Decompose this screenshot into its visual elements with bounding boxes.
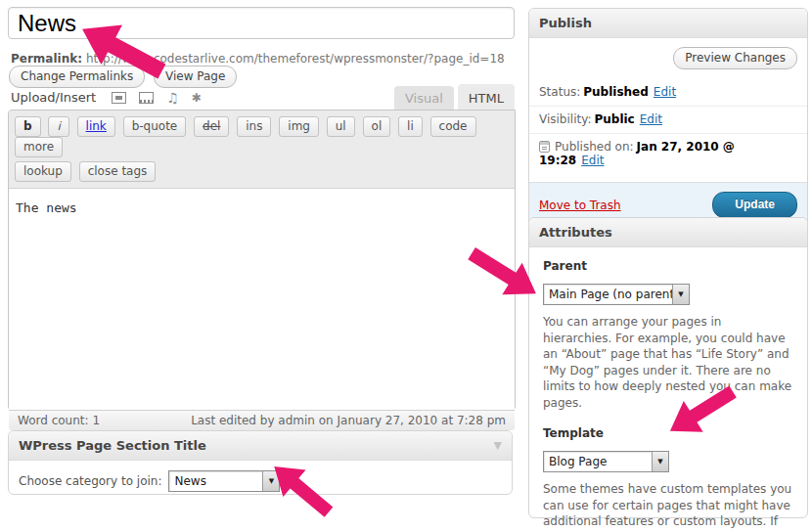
category-select-value: News <box>169 474 210 488</box>
chevron-down-icon: ▼ <box>262 471 279 491</box>
qt-ol-button[interactable]: ol <box>363 116 391 137</box>
qt-code-button[interactable]: code <box>430 116 476 137</box>
template-select[interactable]: Blog Page ▼ <box>543 451 669 472</box>
page-section-box: WPress Page Section Title ▼ Choose categ… <box>8 430 513 495</box>
qt-italic-button[interactable]: i <box>48 116 68 137</box>
edit-visibility-link[interactable]: Edit <box>640 112 662 126</box>
view-page-button[interactable]: View Page <box>154 66 237 88</box>
add-media-icon[interactable]: ✱ <box>192 92 202 104</box>
category-label: Choose category to join: <box>19 474 161 488</box>
last-edited-text: Last edited by admin on January 27, 2010… <box>191 414 506 427</box>
template-help-text: Some themes have custom templates you ca… <box>543 481 793 532</box>
qt-close-tags-button[interactable]: close tags <box>79 161 157 182</box>
change-permalinks-button[interactable]: Change Permalinks <box>9 66 145 88</box>
qt-more-button[interactable]: more <box>15 137 63 157</box>
editor-statusbar: Word count: 1 Last edited by admin on Ja… <box>9 410 515 430</box>
collapse-icon[interactable]: ▼ <box>494 439 502 452</box>
qt-del-button[interactable]: del <box>194 116 229 137</box>
attributes-box-title: Attributes <box>539 225 612 240</box>
visibility-label: Visibility: <box>539 112 591 126</box>
editor-mode-tabs: Visual HTML <box>394 84 515 111</box>
move-to-trash-link[interactable]: Move to Trash <box>539 199 621 212</box>
qt-lookup-button[interactable]: lookup <box>15 161 71 182</box>
status-label: Status: <box>539 85 580 99</box>
chevron-down-icon: ▼ <box>672 285 689 304</box>
parent-label: Parent <box>543 259 793 273</box>
html-editor: b i link b-quote del ins img ul ol li co… <box>8 110 516 411</box>
publish-box: Publish Preview Changes Status:Published… <box>528 8 808 228</box>
permalink-actions: Change Permalinks View Page <box>9 66 242 88</box>
visibility-value: Public <box>594 112 634 126</box>
add-image-icon[interactable] <box>112 92 126 104</box>
attributes-box-header: Attributes <box>529 218 807 247</box>
attributes-box: Attributes Parent Main Page (no parent) … <box>528 217 808 518</box>
visibility-row: Visibility:PublicEdit <box>529 107 807 134</box>
parent-select-value: Main Page (no parent) <box>544 288 672 301</box>
qt-li-button[interactable]: li <box>398 116 423 137</box>
qt-bold-button[interactable]: b <box>15 116 41 137</box>
permalink-url: http://www.codestarlive.com/themeforest/… <box>86 52 505 66</box>
qt-img-button[interactable]: img <box>279 116 319 137</box>
upload-insert-label: Upload/Insert <box>11 90 96 105</box>
status-value: Published <box>583 85 649 99</box>
category-select[interactable]: News ▼ <box>168 470 280 492</box>
qt-link-button[interactable]: link <box>77 116 115 137</box>
update-button[interactable]: Update <box>712 192 797 218</box>
edit-status-link[interactable]: Edit <box>654 85 676 99</box>
parent-select[interactable]: Main Page (no parent) ▼ <box>543 284 690 305</box>
section-box-header: WPress Page Section Title ▼ <box>9 431 512 461</box>
permalink-row: Permalink:http://www.codestarlive.com/th… <box>11 52 505 66</box>
chevron-down-icon: ▼ <box>652 452 668 471</box>
qt-ul-button[interactable]: ul <box>327 116 355 137</box>
published-on-row: Published on:Jan 27, 2010 @ 19:28Edit <box>529 134 807 174</box>
word-count-value: 1 <box>92 414 100 427</box>
section-box-body: Choose category to join: News ▼ <box>9 461 512 502</box>
tab-html[interactable]: HTML <box>458 84 515 111</box>
preview-changes-button[interactable]: Preview Changes <box>673 47 797 69</box>
upload-insert-bar: Upload/Insert ♫ ✱ <box>11 90 202 105</box>
add-audio-icon[interactable]: ♫ <box>166 92 179 104</box>
qt-bquote-button[interactable]: b-quote <box>123 116 187 137</box>
page-title-input[interactable] <box>8 7 515 39</box>
parent-help-text: You can arrange your pages in hierarchie… <box>543 314 793 411</box>
quicktags-toolbar: b i link b-quote del ins img ul ol li co… <box>9 111 515 188</box>
editor-textarea[interactable]: The news <box>9 188 515 410</box>
template-label: Template <box>543 426 793 440</box>
edit-published-link[interactable]: Edit <box>581 154 604 167</box>
word-count-label: Word count: <box>18 414 89 427</box>
tab-visual[interactable]: Visual <box>394 86 454 111</box>
publish-box-title: Publish <box>539 16 592 30</box>
template-select-value: Blog Page <box>544 455 611 468</box>
word-count: Word count: 1 <box>18 414 100 427</box>
published-on-label: Published on: <box>555 140 634 154</box>
section-box-title: WPress Page Section Title <box>19 438 206 453</box>
add-video-icon[interactable] <box>139 92 154 104</box>
publish-box-header: Publish <box>529 9 807 38</box>
qt-ins-button[interactable]: ins <box>237 116 271 137</box>
status-row: Status:PublishedEdit <box>529 79 807 107</box>
permalink-label: Permalink: <box>11 52 82 66</box>
calendar-icon <box>539 141 550 153</box>
